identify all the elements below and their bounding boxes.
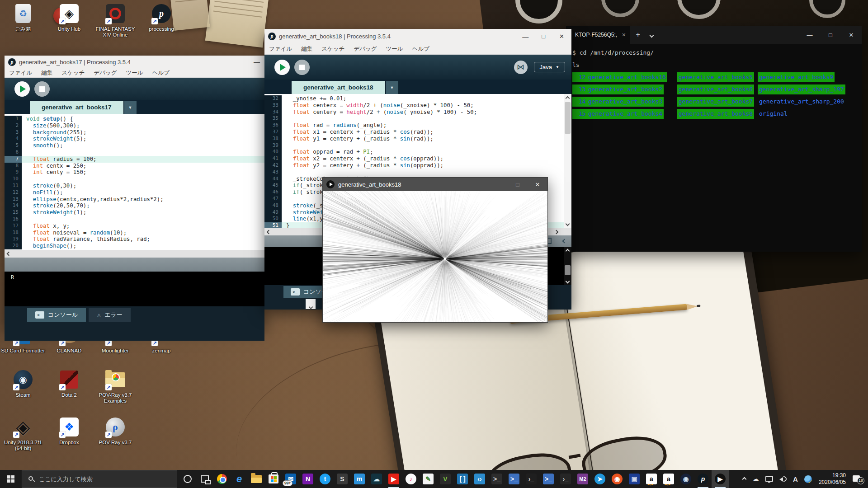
taskbar-virtualbox[interactable]: ▣ xyxy=(626,470,643,488)
tab-dropdown-icon[interactable] xyxy=(646,31,658,39)
taskbar-vscode[interactable]: ‹› xyxy=(471,470,488,488)
ide18-close-button[interactable]: ✕ xyxy=(554,33,571,40)
taskbar-mastodon[interactable]: m xyxy=(351,470,368,488)
taskbar-twitter[interactable]: t xyxy=(316,470,334,488)
taskbar-blue-circle-app[interactable]: ➤ xyxy=(591,470,609,488)
tray-expand-icon[interactable] xyxy=(740,470,749,488)
collapse-icon[interactable] xyxy=(562,239,567,244)
taskbar-youtube[interactable]: ▶ xyxy=(385,470,402,488)
desktop-icon-processing[interactable]: p↗processing xyxy=(139,3,184,32)
taskbar-itunes[interactable]: ♪ xyxy=(402,470,420,488)
debug-button[interactable]: ⋈ xyxy=(514,61,528,74)
taskbar-brackets[interactable]: [ ] xyxy=(454,470,471,488)
menu-item-編集[interactable]: 編集 xyxy=(41,69,52,77)
run-button[interactable] xyxy=(274,60,290,75)
desktop-icon-povray-examples[interactable]: ↗POV-Ray v3.7 Examples xyxy=(93,369,137,404)
taskbar-cmd[interactable]: ›_ xyxy=(523,470,540,488)
taskbar-video-editor[interactable]: V xyxy=(437,470,454,488)
scroll-left-icon[interactable] xyxy=(7,252,11,256)
sketch-tab[interactable]: generative_art_books17 xyxy=(30,101,123,114)
taskbar-ubuntu[interactable]: ◉ xyxy=(609,470,626,488)
sketch-titlebar[interactable]: generative_art_books18 — □ ✕ xyxy=(323,178,547,191)
ide17-minimize-button[interactable]: — xyxy=(249,58,264,66)
desktop-icon-dota-2[interactable]: ↗Dota 2 xyxy=(47,369,91,398)
start-button[interactable] xyxy=(0,470,22,488)
ide17-titlebar[interactable]: p generative_art_books17 | Processing 3.… xyxy=(5,56,264,68)
tab-close-icon[interactable]: ✕ xyxy=(622,32,626,38)
taskbar-search[interactable] xyxy=(22,470,177,488)
onedrive-icon[interactable]: ☁ xyxy=(749,470,762,488)
terminal-output[interactable]: $ cd /mnt/d/processing/ ls 12generative_… xyxy=(566,44,862,120)
taskbar-microsoft-store[interactable] xyxy=(265,470,282,488)
console-vscrollbar[interactable] xyxy=(564,247,571,285)
taskbar-powershell-blue-2[interactable]: >_ xyxy=(540,470,557,488)
tab-menu-caret[interactable]: ▼ xyxy=(124,101,137,114)
taskbar-text-editor[interactable]: ✎ xyxy=(420,470,437,488)
desktop-icon-povray[interactable]: ρ↗POV-Ray v3.7 xyxy=(93,416,137,446)
terminal-titlebar[interactable]: KTOP-F5256Q5:, ✕ + — □ ✕ xyxy=(566,26,862,44)
stop-button[interactable] xyxy=(34,81,50,97)
display-icon[interactable] xyxy=(762,470,776,488)
menu-item-デバッグ[interactable]: デバッグ xyxy=(354,45,377,53)
taskbar-mail[interactable]: ✉99+ xyxy=(282,470,299,488)
mode-dropdown[interactable]: Java▼ xyxy=(534,62,565,72)
terminal-close-button[interactable]: ✕ xyxy=(841,26,862,44)
taskbar-processing-taskbar[interactable]: p xyxy=(694,470,712,488)
taskbar-onenote[interactable]: N xyxy=(299,470,316,488)
menu-item-編集[interactable]: 編集 xyxy=(301,45,312,53)
ide18-minimize-button[interactable]: — xyxy=(518,33,533,40)
new-tab-button[interactable]: + xyxy=(630,31,645,39)
sketch-close-button[interactable]: ✕ xyxy=(528,178,547,191)
taskbar-kindle[interactable]: a‿ xyxy=(660,470,677,488)
scroll-left-icon[interactable] xyxy=(267,230,271,234)
taskbar-powershell-dark[interactable]: >_ xyxy=(488,470,505,488)
taskbar-steam-taskbar[interactable]: ◉ xyxy=(677,470,694,488)
ide17-hscrollbar[interactable] xyxy=(5,250,264,258)
menu-item-ヘルプ[interactable]: ヘルプ xyxy=(412,45,429,53)
stop-button[interactable] xyxy=(294,60,310,75)
scroll-right-icon[interactable] xyxy=(554,230,559,234)
ide18-vscrollbar[interactable] xyxy=(564,94,571,228)
sketch-minimize-button[interactable]: — xyxy=(488,178,508,191)
tab-menu-caret[interactable]: ▼ xyxy=(386,81,398,94)
taskbar-task-view[interactable] xyxy=(196,470,213,488)
menu-item-ファイル[interactable]: ファイル xyxy=(9,69,32,77)
desktop-icon-steam[interactable]: ◉↗Steam xyxy=(1,369,45,398)
desktop-icon-unity-hub[interactable]: ◈↗Unity Hub xyxy=(47,3,91,32)
taskbar-file-explorer[interactable] xyxy=(248,470,265,488)
menu-item-ツール[interactable]: ツール xyxy=(386,45,403,53)
taskbar-musescore[interactable]: M2 xyxy=(574,470,591,488)
ide17-code-editor[interactable]: 1void setup() {2 size(500,300);3 backgro… xyxy=(5,114,264,250)
taskbar-amazon[interactable]: a‿ xyxy=(643,470,660,488)
terminal-minimize-button[interactable]: — xyxy=(799,26,820,44)
taskbar-powershell-blue[interactable]: >_ xyxy=(505,470,523,488)
taskbar-java-sketch[interactable]: ▶ xyxy=(712,470,729,488)
desktop-icon-ffxiv-online[interactable]: ↗FINAL FANTASY XIV Online xyxy=(93,3,137,38)
desktop-icon-unity-2018[interactable]: ◈↗Unity 2018.3.7f1 (64-bit) xyxy=(1,416,45,451)
ime-indicator[interactable]: A xyxy=(790,470,801,488)
desktop-icon-dropbox[interactable]: ❖↗Dropbox xyxy=(47,416,91,446)
menu-item-ファイル[interactable]: ファイル xyxy=(269,45,292,53)
run-button[interactable] xyxy=(14,81,30,97)
search-input[interactable] xyxy=(39,476,165,483)
desktop-icon-recycle-bin[interactable]: ♻ごみ箱 xyxy=(1,3,45,32)
ide18-maximize-button[interactable]: □ xyxy=(536,33,551,40)
taskbar-chrome[interactable] xyxy=(213,470,231,488)
terminal-tab[interactable]: KTOP-F5256Q5:, ✕ xyxy=(566,26,630,44)
cortana-sphere-icon[interactable] xyxy=(801,470,815,488)
ide18-titlebar[interactable]: p generative_art_books18 | Processing 3.… xyxy=(264,29,571,44)
menu-item-ツール[interactable]: ツール xyxy=(126,69,143,77)
volume-icon[interactable] xyxy=(776,470,790,488)
taskbar-weather-cloud[interactable]: ☁ xyxy=(368,470,385,488)
menu-item-スケッチ[interactable]: スケッチ xyxy=(61,69,85,77)
menu-item-スケッチ[interactable]: スケッチ xyxy=(321,45,344,53)
taskbar-s-app[interactable]: S xyxy=(334,470,351,488)
terminal-maximize-button[interactable]: □ xyxy=(820,26,841,44)
taskbar-cortana[interactable] xyxy=(179,470,196,488)
console-tab-error[interactable]: ⚠エラー xyxy=(89,308,131,322)
menu-item-デバッグ[interactable]: デバッグ xyxy=(94,69,117,77)
console-tab-console[interactable]: >_コンソール xyxy=(27,308,86,322)
ide17-splitter[interactable] xyxy=(5,258,264,272)
taskbar-terminal-dark[interactable]: ›_ xyxy=(557,470,574,488)
sketch-tab[interactable]: generative_art_books18 xyxy=(292,81,385,94)
